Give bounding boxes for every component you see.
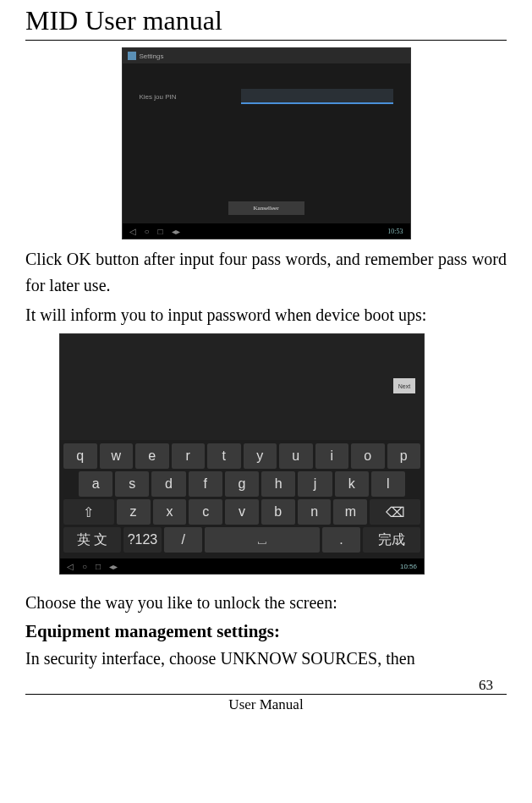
keyboard-row-1: q w e r t y u i o p <box>63 443 420 469</box>
nav-back-icon[interactable]: ◁ <box>67 562 74 571</box>
key-space[interactable]: ⎵ <box>205 527 320 553</box>
key-done[interactable]: 完成 <box>363 527 420 553</box>
key-n[interactable]: n <box>298 499 332 525</box>
nav-recent-icon[interactable]: □ <box>96 562 101 571</box>
key-v[interactable]: v <box>225 499 259 525</box>
footer-rule <box>25 694 507 695</box>
keyboard-row-2: a s d f g h j k l <box>63 471 420 497</box>
settings-app-icon <box>128 52 136 60</box>
pin-input[interactable] <box>241 89 393 104</box>
key-backspace[interactable]: ⌫ <box>370 499 420 525</box>
key-lang[interactable]: 英 文 <box>63 527 121 553</box>
key-m[interactable]: m <box>333 499 367 525</box>
keyboard-row-3: ⇧ z x c v b n m ⌫ <box>63 499 420 525</box>
key-r[interactable]: r <box>172 443 206 469</box>
key-e[interactable]: e <box>135 443 169 469</box>
key-c[interactable]: c <box>189 499 222 525</box>
key-u[interactable]: u <box>279 443 313 469</box>
key-j[interactable]: j <box>298 471 332 497</box>
nav-back-icon[interactable]: ◁ <box>129 227 136 236</box>
key-f[interactable]: f <box>189 471 222 497</box>
next-button[interactable]: Next <box>393 378 415 393</box>
key-w[interactable]: w <box>100 443 134 469</box>
key-d[interactable]: d <box>151 471 185 497</box>
key-i[interactable]: i <box>315 443 349 469</box>
key-a[interactable]: a <box>79 471 112 497</box>
key-g[interactable]: g <box>225 471 259 497</box>
pin-field-label: Kies jou PIN <box>140 93 241 101</box>
screenshot-keyboard: Next q w e r t y u i o p a s d f g h <box>59 333 425 575</box>
statusbar-clock: 10:53 <box>387 228 403 235</box>
nav-home-icon[interactable]: ○ <box>82 562 87 571</box>
nav-vol-icon[interactable]: ◂▸ <box>109 562 118 571</box>
key-h[interactable]: h <box>261 471 295 497</box>
screenshot-pin-settings: Settings Kies jou PIN Kanselleer ◁ ○ □ ◂… <box>122 47 411 239</box>
key-symbols[interactable]: ?123 <box>123 527 162 553</box>
statusbar-clock: 10:56 <box>400 563 417 570</box>
key-t[interactable]: t <box>207 443 241 469</box>
paragraph-3: Choose the way you like to unlock the sc… <box>25 590 507 616</box>
key-shift[interactable]: ⇧ <box>63 499 114 525</box>
key-y[interactable]: y <box>244 443 277 469</box>
keyboard-row-4: 英 文 ?123 / ⎵ . 完成 <box>63 527 420 553</box>
page-title: MID User manual <box>25 5 507 36</box>
paragraph-4: In security interface, choose UNKNOW SOU… <box>25 646 507 672</box>
key-q[interactable]: q <box>63 443 97 469</box>
onscreen-keyboard: q w e r t y u i o p a s d f g h j k l <box>60 440 424 558</box>
nav-vol-icon[interactable]: ◂▸ <box>172 227 180 236</box>
key-l[interactable]: l <box>371 471 405 497</box>
key-x[interactable]: x <box>153 499 187 525</box>
key-b[interactable]: b <box>261 499 295 525</box>
footer-label: User Manual <box>25 696 507 713</box>
nav-recent-icon[interactable]: □ <box>158 227 163 236</box>
page-number: 63 <box>25 677 507 694</box>
key-o[interactable]: o <box>351 443 385 469</box>
key-k[interactable]: k <box>335 471 369 497</box>
nav-home-icon[interactable]: ○ <box>145 227 150 236</box>
cancel-button[interactable]: Kanselleer <box>228 201 304 215</box>
header-rule <box>25 40 507 41</box>
paragraph-2: It will inform you to input password whe… <box>25 302 507 328</box>
settings-app-title: Settings <box>140 52 164 60</box>
paragraph-1: Click OK button after input four pass wo… <box>25 246 507 299</box>
section-heading: Equipment management settings: <box>25 621 507 642</box>
key-period[interactable]: . <box>322 527 360 553</box>
key-p[interactable]: p <box>387 443 421 469</box>
key-slash[interactable]: / <box>164 527 202 553</box>
key-s[interactable]: s <box>115 471 149 497</box>
key-z[interactable]: z <box>117 499 151 525</box>
